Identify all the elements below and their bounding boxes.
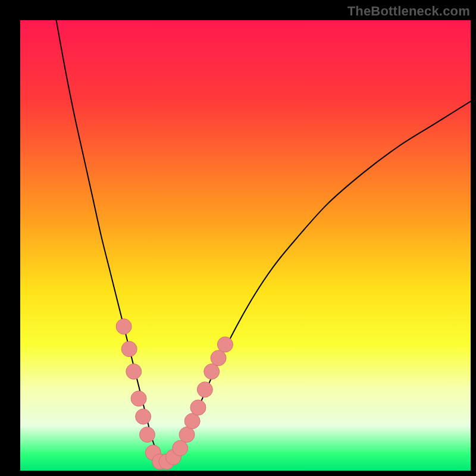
curve-marker [211, 350, 226, 366]
chart-svg [20, 20, 471, 471]
chart-frame: TheBottleneck.com [0, 0, 476, 476]
curve-marker [217, 337, 233, 352]
curve-marker [173, 440, 188, 456]
curve-marker [121, 342, 137, 357]
curve-marker [190, 400, 206, 415]
curve-marker [116, 319, 131, 334]
curve-marker [204, 364, 220, 379]
curve-marker [126, 364, 142, 379]
curve-marker [184, 414, 200, 429]
plot-area [20, 20, 471, 471]
watermark-text: TheBottleneck.com [347, 4, 470, 19]
curve-marker [197, 382, 212, 397]
gradient-background [20, 20, 471, 471]
curve-marker [136, 409, 151, 424]
curve-marker [131, 391, 146, 406]
curve-marker [139, 427, 155, 442]
curve-marker [179, 427, 195, 442]
